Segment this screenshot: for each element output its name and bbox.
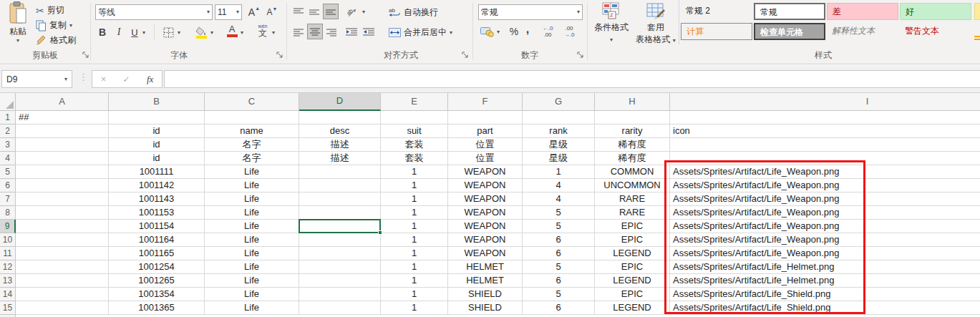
row-header-13[interactable]: 13 (0, 274, 16, 288)
merge-center-button[interactable]: 合并后居中 ▾ (389, 26, 452, 39)
copy-button[interactable]: 复制 ▾ (36, 19, 72, 31)
column-header-I[interactable]: I (670, 93, 980, 111)
cell-A13[interactable] (16, 274, 109, 288)
accounting-format-button[interactable] (478, 24, 495, 39)
cell-I12[interactable]: Assets/Sprites/Artifact/Life_Helmet.png (670, 260, 980, 274)
cell-G11[interactable]: 6 (523, 247, 595, 260)
formula-bar-grip[interactable]: ⋮ (79, 72, 88, 82)
cell-D4[interactable]: 描述 (299, 152, 381, 165)
wrap-text-button[interactable]: ab 自动换行 (389, 6, 438, 19)
paste-button[interactable]: 粘贴 ▾ (3, 1, 33, 49)
font-dialog-launcher-icon[interactable] (276, 51, 283, 59)
cell-H9[interactable]: EPIC (595, 220, 670, 233)
cell-I14[interactable]: Assets/Sprites/Artifact/Life_Shield.png (670, 288, 980, 301)
cell-E2[interactable]: suit (381, 125, 448, 138)
name-box[interactable]: D9 ▾ (1, 70, 72, 88)
cell-F11[interactable]: WEAPON (448, 247, 523, 260)
column-header-D[interactable]: D (299, 93, 381, 111)
column-header-C[interactable]: C (205, 93, 299, 111)
select-all-corner[interactable] (0, 93, 16, 111)
cell-A14[interactable] (16, 288, 109, 301)
cell-E8[interactable]: 1 (381, 206, 448, 220)
row-header-14[interactable]: 14 (0, 288, 16, 301)
cell-C15[interactable]: Life (205, 301, 299, 315)
number-format-combo[interactable]: 常规 ▾ (478, 4, 583, 20)
cell-A12[interactable] (16, 260, 109, 274)
fill-handle[interactable] (378, 230, 382, 235)
row-header-4[interactable]: 4 (0, 152, 16, 165)
cell-F1[interactable] (448, 111, 523, 125)
cell-B10[interactable]: 1001164 (109, 233, 205, 247)
cell-C10[interactable]: Life (205, 233, 299, 247)
italic-button[interactable]: I (112, 24, 126, 40)
cell-B6[interactable]: 1001142 (109, 179, 205, 192)
enter-icon[interactable]: ✓ (123, 74, 130, 84)
grow-font-button[interactable]: A▲ (246, 4, 263, 20)
align-right-button[interactable] (324, 24, 339, 40)
cell-D11[interactable] (299, 247, 381, 260)
format-as-table-button[interactable]: 套用 表格格式 ▾ (634, 1, 677, 47)
column-header-G[interactable]: G (523, 93, 595, 111)
cell-style-normal-selected[interactable]: 常规 (754, 3, 825, 20)
cell-F3[interactable]: 位置 (448, 138, 523, 152)
cell-I10[interactable]: Assets/Sprites/Artifact/Life_Weapon.png (670, 233, 980, 247)
fill-color-menu-chevron[interactable]: ▾ (210, 30, 213, 36)
formula-input[interactable] (164, 70, 980, 88)
cell-H10[interactable]: EPIC (595, 233, 670, 247)
cell-F13[interactable]: HELMET (448, 274, 523, 288)
cell-C12[interactable]: Life (205, 260, 299, 274)
increase-decimal-button[interactable]: ←.0 .00 (538, 24, 557, 39)
row-header-8[interactable]: 8 (0, 206, 16, 220)
column-header-F[interactable]: F (448, 93, 523, 111)
cell-G12[interactable]: 5 (523, 260, 595, 274)
number-dialog-launcher-icon[interactable] (576, 51, 584, 59)
cell-B2[interactable]: id (109, 125, 205, 138)
cell-F9[interactable]: WEAPON (448, 220, 523, 233)
cell-G7[interactable]: 4 (523, 192, 595, 206)
cell-H12[interactable]: EPIC (595, 260, 670, 274)
cell-B8[interactable]: 1001153 (109, 206, 205, 220)
cell-C3[interactable]: 名字 (205, 138, 299, 152)
cell-D5[interactable] (299, 165, 381, 179)
cell-B14[interactable]: 1001354 (109, 288, 205, 301)
decrease-indent-button[interactable] (344, 24, 359, 40)
cell-A7[interactable] (16, 192, 109, 206)
cell-D8[interactable] (299, 206, 381, 220)
cell-B15[interactable]: 1001365 (109, 301, 205, 315)
cell-H7[interactable]: RARE (595, 192, 670, 206)
cell-C2[interactable]: name (205, 125, 299, 138)
cell-A6[interactable] (16, 179, 109, 192)
cell-E6[interactable]: 1 (381, 179, 448, 192)
cell-D12[interactable] (299, 260, 381, 274)
row-header-6[interactable]: 6 (0, 179, 16, 192)
cell-H1[interactable] (595, 111, 670, 125)
column-header-E[interactable]: E (381, 93, 448, 111)
cell-style-good[interactable]: 好 (900, 3, 971, 20)
font-color-button[interactable]: A (225, 23, 239, 39)
cell-style-check[interactable]: 检查单元格 (754, 23, 825, 40)
row-header-2[interactable]: 2 (0, 125, 16, 138)
increase-indent-button[interactable] (361, 24, 377, 40)
cell-H5[interactable]: COMMON (595, 165, 670, 179)
cell-B13[interactable]: 1001265 (109, 274, 205, 288)
row-header-11[interactable]: 11 (0, 247, 16, 260)
borders-button[interactable] (160, 24, 176, 40)
cell-H6[interactable]: UNCOMMON (595, 179, 670, 192)
percent-style-button[interactable]: % (507, 24, 521, 39)
cell-I1[interactable] (670, 111, 980, 125)
cell-B1[interactable] (109, 111, 205, 125)
cell-E10[interactable]: 1 (381, 233, 448, 247)
cell-F15[interactable]: SHIELD (448, 301, 523, 315)
cell-H2[interactable]: rarity (595, 125, 670, 138)
comma-style-button[interactable]: , (523, 21, 533, 37)
cell-E3[interactable]: 套装 (381, 138, 448, 152)
cell-C5[interactable]: Life (205, 165, 299, 179)
font-size-combo[interactable]: 11 ▾ (215, 4, 242, 20)
cell-B11[interactable]: 1001165 (109, 247, 205, 260)
cell-I6[interactable]: Assets/Sprites/Artifact/Life_Weapon.png (670, 179, 980, 192)
cell-B7[interactable]: 1001143 (109, 192, 205, 206)
cell-B4[interactable]: id (109, 152, 205, 165)
cell-I8[interactable]: Assets/Sprites/Artifact/Life_Weapon.png (670, 206, 980, 220)
cell-D10[interactable] (299, 233, 381, 247)
cell-A10[interactable] (16, 233, 109, 247)
